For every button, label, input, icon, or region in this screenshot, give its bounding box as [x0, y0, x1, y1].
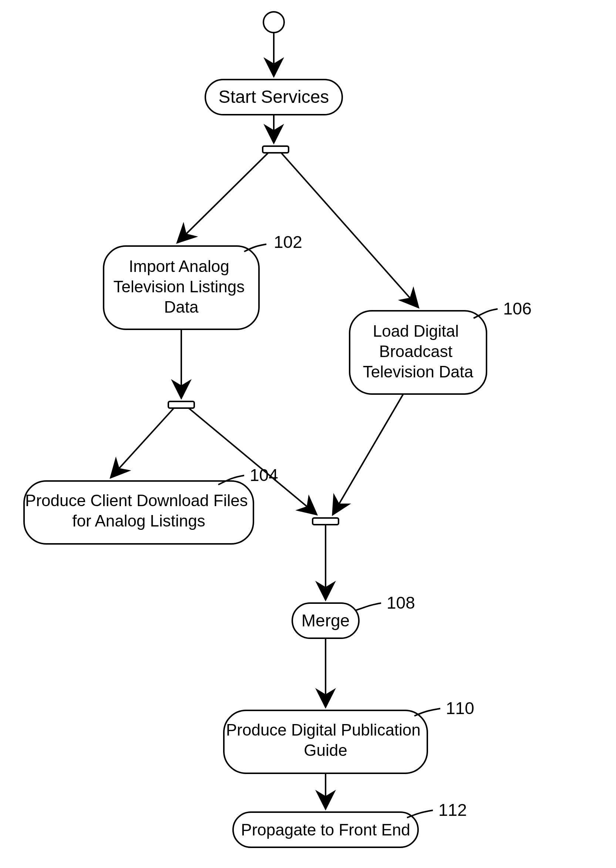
node-106-ref: 106 — [503, 299, 532, 318]
initial-node — [263, 12, 284, 33]
node-102-label-l3: Data — [164, 298, 199, 316]
node-104-ref: 104 — [250, 465, 278, 485]
node-106-label-l2: Broadcast — [379, 342, 453, 360]
node-104-label-l1: Produce Client Download Files — [25, 491, 248, 509]
node-106-label-l1: Load Digital — [373, 322, 459, 340]
node-102-ref: 102 — [274, 232, 302, 252]
node-110-ref: 110 — [446, 698, 474, 718]
node-104-label-l2: for Analog Listings — [72, 512, 205, 530]
node-110-label-l1: Produce Digital Publication — [226, 721, 421, 739]
node-106-label-l3: Television Data — [363, 363, 473, 381]
node-102-label-l1: Import Analog — [129, 257, 229, 275]
node-110-label-l2: Guide — [304, 741, 347, 759]
fork-bar-2 — [168, 401, 194, 408]
node-108-label: Merge — [302, 611, 350, 630]
svg-text:Load Digital
    Broadcast
   : Load Digital Broadcast Television Data — [363, 322, 473, 381]
fork-bar-1 — [263, 146, 289, 153]
node-start-label: Start Services — [218, 87, 329, 107]
node-102-label-l2: Television Listings — [113, 277, 245, 296]
node-112-ref: 112 — [438, 800, 467, 819]
flowchart: Start Services Import Analog Television … — [0, 0, 616, 868]
node-108-ref: 108 — [387, 593, 415, 612]
join-bar-1 — [313, 518, 338, 525]
node-112-label: Propagate to Front End — [241, 821, 410, 839]
